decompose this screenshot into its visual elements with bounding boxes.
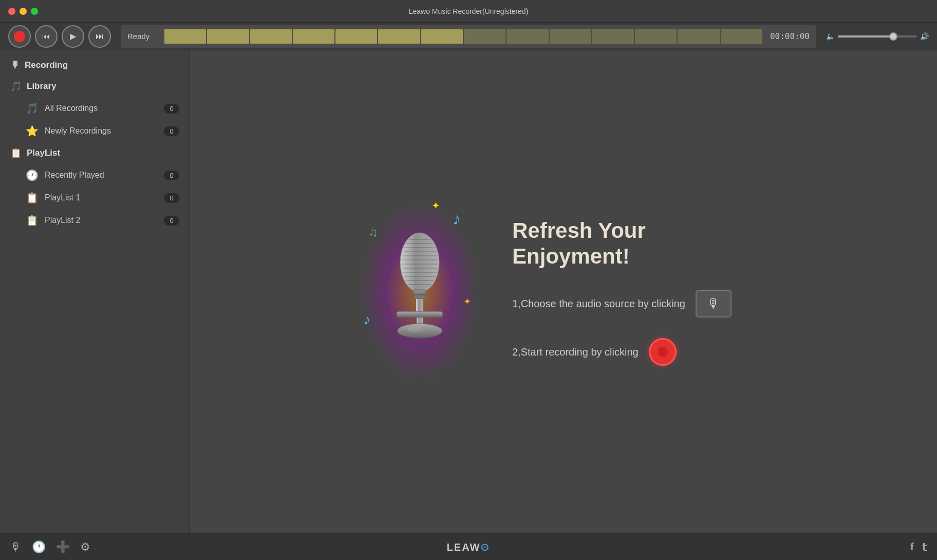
recently-played-icon: 🕐 [26, 169, 39, 181]
brand-text: LEAW⊙ [447, 542, 491, 553]
recently-played-label: Recently Played [45, 171, 158, 180]
all-recordings-icon: 🎵 [26, 102, 39, 115]
waveform-block-14 [721, 29, 762, 44]
sidebar-item-playlist2[interactable]: 📋 PlayList 2 0 [0, 209, 190, 232]
volume-fill [838, 35, 893, 38]
transport-bar: ⏮ ▶ ⏭ Ready 00:00:00 🔈 [0, 23, 937, 50]
sidebar-item-all-recordings[interactable]: 🎵 All Recordings 0 [0, 97, 190, 120]
library-icon: 🎵 [10, 81, 22, 92]
instruction-row-2: 2,Start recording by clicking [512, 338, 769, 366]
main-content: 🎙 Recording 🎵 Library 🎵 All Recordings 0… [0, 50, 937, 533]
play-icon: ▶ [70, 31, 76, 41]
progress-area: Ready 00:00:00 [121, 25, 816, 48]
playlist-section-label: PlayList [27, 148, 60, 158]
settings-footer-icon[interactable]: ⚙ [80, 540, 90, 554]
rewind-button[interactable]: ⏮ [35, 25, 58, 48]
volume-low-icon: 🔈 [826, 32, 835, 41]
playlist-section-header: 📋 PlayList [0, 142, 190, 164]
close-button[interactable] [8, 8, 15, 15]
waveform-block-2 [207, 29, 249, 44]
waveform-block-7 [421, 29, 463, 44]
volume-high-icon: 🔊 [920, 32, 929, 41]
svg-rect-15 [414, 295, 426, 299]
playlist2-label: PlayList 2 [45, 216, 158, 225]
instruction-row-1: 1,Choose the audio source by clicking 🎙 [512, 290, 769, 318]
status-label: Ready [127, 32, 158, 41]
sidebar-item-newly-recordings[interactable]: ⭐ Newly Recordings 0 [0, 120, 190, 142]
waveform-block-11 [592, 29, 634, 44]
fast-forward-icon: ⏭ [96, 32, 104, 41]
microphone-footer-icon[interactable]: 🎙 [10, 540, 22, 554]
all-recordings-label: All Recordings [45, 104, 158, 113]
audio-source-button[interactable]: 🎙 [696, 290, 732, 318]
waveform-block-9 [507, 29, 548, 44]
transport-controls: ⏮ ▶ ⏭ [8, 25, 111, 48]
mic-svg [386, 224, 453, 360]
playlist2-icon: 📋 [26, 214, 39, 227]
newly-recordings-badge: 0 [164, 126, 179, 136]
history-footer-icon[interactable]: 🕐 [32, 540, 46, 554]
library-section-label: Library [27, 81, 57, 91]
playlist-icon: 📋 [10, 147, 22, 159]
start-recording-indicator[interactable] [649, 338, 677, 366]
recording-section-label: Recording [25, 60, 68, 70]
record-icon [14, 31, 25, 42]
instruction1-text: 1,Choose the audio source by clicking [512, 298, 685, 310]
footer: 🎙 🕐 ➕ ⚙ LEAW⊙ f 𝕥 [0, 533, 937, 560]
record-button[interactable] [8, 25, 31, 48]
waveform-block-6 [378, 29, 420, 44]
playlist2-badge: 0 [164, 216, 179, 226]
minimize-button[interactable] [20, 8, 27, 15]
facebook-icon[interactable]: f [910, 541, 914, 553]
svg-rect-14 [414, 290, 426, 294]
footer-right: f 𝕥 [910, 541, 927, 553]
svg-rect-17 [397, 311, 443, 318]
recently-played-badge: 0 [164, 171, 179, 180]
twitter-icon[interactable]: 𝕥 [922, 541, 927, 553]
waveform-block-1 [164, 29, 206, 44]
footer-left: 🎙 🕐 ➕ ⚙ [10, 540, 90, 554]
svg-point-0 [400, 233, 439, 292]
waveform-block-8 [464, 29, 505, 44]
volume-thumb[interactable] [889, 32, 897, 41]
playlist1-icon: 📋 [26, 192, 39, 204]
sidebar-item-playlist1[interactable]: 📋 PlayList 1 0 [0, 186, 190, 209]
app-title: Leawo Music Recorder(Unregistered) [409, 7, 529, 15]
footer-brand: LEAW⊙ [447, 541, 491, 553]
waveform-block-4 [293, 29, 334, 44]
volume-control: 🔈 🔊 [826, 32, 929, 41]
mic-illustration: ♪ ♫ ♪ ✦ ✦ [358, 194, 481, 389]
waveform-block-5 [335, 29, 377, 44]
waveform-display [164, 27, 762, 46]
info-section: Refresh Your Enjoyment! 1,Choose the aud… [512, 218, 769, 366]
instruction2-text: 2,Start recording by clicking [512, 346, 639, 358]
content-area: ♪ ♫ ♪ ✦ ✦ [190, 50, 937, 533]
all-recordings-badge: 0 [164, 104, 179, 114]
add-footer-icon[interactable]: ➕ [56, 540, 70, 554]
window-controls [8, 8, 38, 15]
volume-slider[interactable] [838, 35, 917, 38]
tagline: Refresh Your Enjoyment! [512, 218, 769, 270]
sidebar-item-recently-played[interactable]: 🕐 Recently Played 0 [0, 164, 190, 186]
play-button[interactable]: ▶ [62, 25, 84, 48]
waveform-block-13 [678, 29, 719, 44]
title-bar: Leawo Music Recorder(Unregistered) [0, 0, 937, 23]
audio-source-icon: 🎙 [707, 296, 720, 312]
rewind-icon: ⏮ [42, 32, 50, 41]
recording-section-header: 🎙 Recording [0, 54, 190, 76]
waveform-block-3 [250, 29, 292, 44]
record-indicator-inner [658, 347, 668, 357]
waveform-block-10 [550, 29, 591, 44]
newly-recordings-icon: ⭐ [26, 125, 39, 137]
maximize-button[interactable] [31, 8, 38, 15]
waveform-block-12 [635, 29, 677, 44]
sidebar: 🎙 Recording 🎵 Library 🎵 All Recordings 0… [0, 50, 190, 533]
svg-point-20 [407, 327, 422, 332]
playlist1-label: PlayList 1 [45, 193, 158, 202]
hero-section: ♪ ♫ ♪ ✦ ✦ [358, 194, 769, 389]
microphone-icon: 🎙 [10, 60, 20, 70]
newly-recordings-label: Newly Recordings [45, 126, 158, 136]
playlist1-badge: 0 [164, 193, 179, 203]
fast-forward-button[interactable]: ⏭ [88, 25, 111, 48]
library-section-header: 🎵 Library [0, 76, 190, 97]
